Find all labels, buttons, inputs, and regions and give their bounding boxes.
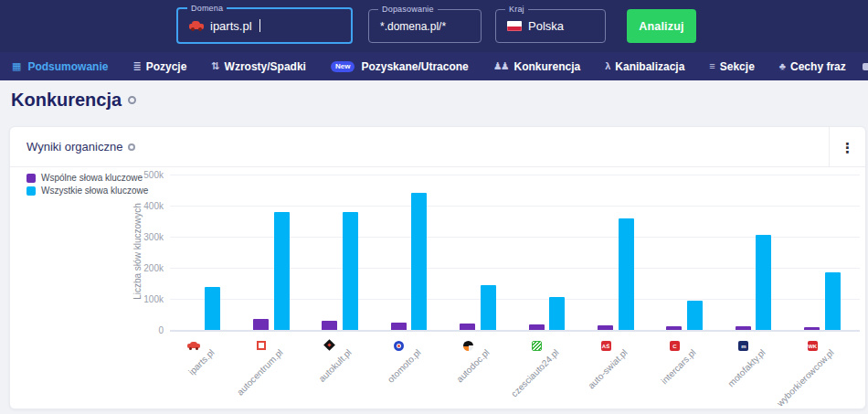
pozycje-icon: ≣ [132,61,139,71]
domain-input-label: Domena [187,4,227,13]
bar-all-intercars-pl[interactable] [687,301,703,330]
analyze-button[interactable]: Analizuj [627,9,696,43]
x-label-autodoc-pl: autodoc.pl [413,347,492,409]
panel-header: Wyniki organiczne ⋮ [10,127,865,167]
konkurencja-icon: ♟♟ [493,61,508,71]
country-select[interactable]: Kraj Polska [495,9,606,43]
text-caret [259,19,260,32]
country-select-label: Kraj [505,5,528,14]
organic-results-panel: Wyniki organiczne ⋮ 0100k200k300k400k500… [9,126,866,409]
match-pattern-label: Dopasowanie [378,5,438,14]
nav-item-wzrosty-spadki[interactable]: ⇅Wzrosty/Spadki [211,60,306,73]
page-title: Konkurencja [11,90,136,111]
x-label-autocentrum-pl: autocentrum.pl [206,347,285,409]
bar-all-autokult-pl[interactable] [343,212,358,330]
bar-common-autokult-pl[interactable] [322,321,337,330]
bar-common-otomoto-pl[interactable] [391,323,407,330]
gridline-0 [170,330,860,332]
nav-item-label: Kanibalizacja [615,60,684,73]
chart-legend: Wspólne słowa kluczoweWszystkie słowa kl… [26,173,148,196]
x-label-intercars-pl: intercars.pl [620,347,699,409]
nav-item-label: Podsumowanie [27,60,108,73]
nav-item-pozyskane-utracone[interactable]: NewPozyskane/Utracone [331,60,469,73]
x-label-otomoto-pl: otomoto.pl [344,347,423,409]
nav-item-label: Wzrosty/Spadki [225,60,306,73]
bar-common-motofakty-pl[interactable] [736,326,751,330]
legend-item[interactable]: Wszystkie słowa kluczowe [26,186,148,196]
bar-all-iparts-pl[interactable] [205,287,220,330]
nav-item-label: Pozyskane/Utracone [361,60,468,73]
main-nav: ▦Podsumowanie≣Pozycje⇅Wzrosty/SpadkiNewP… [0,52,868,80]
match-pattern-input[interactable]: Dopasowanie *.domena.pl/* [368,9,482,43]
favicon-autodoc-pl [463,341,473,351]
bar-common-autocentrum-pl[interactable] [253,319,269,330]
favicon-czesciauto24-pl [532,341,542,351]
bar-common-intercars-pl[interactable] [666,326,682,330]
panel-title: Wyniki organiczne [26,140,135,154]
panel-menu-button[interactable]: ⋮ [829,127,865,167]
nav-item-kanibalizacja[interactable]: λKanibalizacja [605,60,684,73]
page-title-info-icon[interactable] [128,96,136,104]
nav-item-label: Pozycje [146,60,187,73]
kebab-menu-icon: ⋮ [841,141,854,154]
bar-common-wyborkierowcow-pl[interactable] [804,327,820,330]
domain-input[interactable]: Domena iparts.pl [176,7,353,44]
country-select-value: Polska [528,19,564,33]
favicon-intercars-pl: C [670,341,680,351]
poland-flag-icon [507,21,522,31]
bar-all-wyborkierowcow-pl[interactable] [825,272,841,330]
favicon-autocentrum-pl [257,341,266,350]
bar-all-otomoto-pl[interactable] [411,193,427,330]
legend-label: Wszystkie słowa kluczowe [41,186,148,196]
legend-swatch [26,174,36,183]
x-label-auto-swiat-pl: auto-swiat.pl [551,347,630,409]
nav-item-konkurencja[interactable]: ♟♟Konkurencja [493,60,580,73]
match-pattern-value: *.domena.pl/* [380,20,446,33]
x-label-czesciauto24-pl: czesciauto24.pl [482,347,561,409]
nav-item-label: Sekcje [720,60,755,73]
bar-all-autocentrum-pl[interactable] [274,212,290,330]
top-header-bar: Domena iparts.pl Dopasowanie *.domena.pl… [0,0,868,52]
gridline-500k [170,175,860,175]
bar-all-auto-swiat-pl[interactable] [619,218,634,330]
bar-common-autodoc-pl[interactable] [460,324,475,330]
car-favicon-icon [189,21,204,31]
x-label-iparts-pl: iparts.pl [138,347,217,409]
nav-item-podsumowanie[interactable]: ▦Podsumowanie [12,60,108,73]
favicon-iparts-pl [187,341,200,350]
nav-item-label: Cechy fraz [790,60,846,73]
nav-item-sekcje[interactable]: ≡Sekcje [709,60,754,73]
new-badge: New [331,61,355,72]
panel-title-info-icon[interactable] [128,143,135,151]
bar-all-czesciauto24-pl[interactable] [549,297,565,330]
x-label-autokult-pl: autokult.pl [276,347,355,409]
domain-input-value: iparts.pl [210,19,252,33]
kanibalizacja-icon: λ [605,61,609,71]
nav-item-pozycje[interactable]: ≣Pozycje [132,60,186,73]
overflow-nav-icon-partial[interactable] [863,63,868,70]
legend-item[interactable]: Wspólne słowa kluczowe [26,173,148,183]
favicon-motofakty-pl: m [738,341,748,351]
competition-bar-chart: 0100k200k300k400k500kLiczba słów kluczow… [10,167,865,409]
bar-all-motofakty-pl[interactable] [756,235,771,330]
wzrosty-spadki-icon: ⇅ [211,61,217,71]
nav-item-label: Konkurencja [514,60,581,73]
legend-label: Wspólne słowa kluczowe [41,173,143,183]
gridline-400k [170,206,860,207]
x-label-motofakty-pl: motofakty.pl [689,347,767,409]
favicon-otomoto-pl [394,341,404,351]
legend-swatch [26,186,36,196]
bar-all-autodoc-pl[interactable] [481,285,496,330]
bar-common-czesciauto24-pl[interactable] [529,324,545,330]
cechy-fraz-icon: ♣ [779,61,784,71]
sekcje-icon: ≡ [709,61,713,71]
bar-common-auto-swiat-pl[interactable] [598,325,613,330]
favicon-auto-swiat-pl: AŚ [601,341,611,351]
podsumowanie-icon: ▦ [12,61,21,71]
favicon-wyborkierowcow-pl: WK [808,341,818,351]
x-label-wyborkierowcow-pl: wyborkierowcow.pl [757,347,836,409]
nav-item-cechy-fraz[interactable]: ♣Cechy fraz [779,60,846,73]
favicon-autokult-pl [323,339,335,351]
